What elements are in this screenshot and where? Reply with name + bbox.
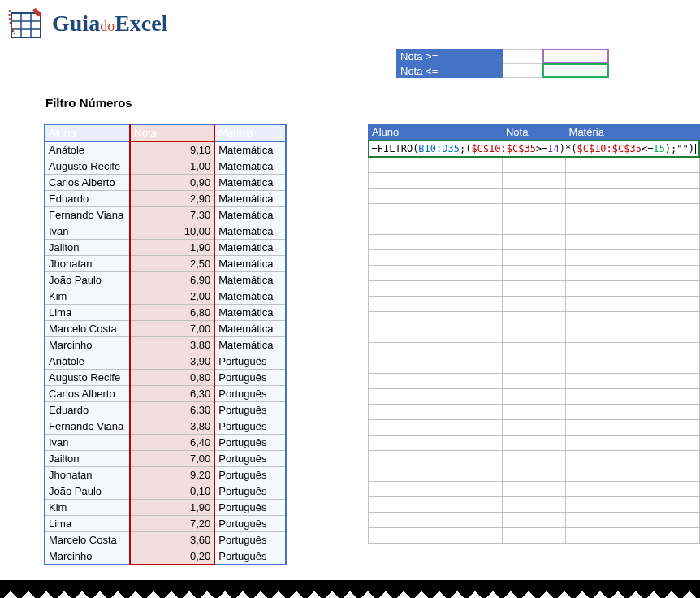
table-row[interactable]: Marcinho3,80Matemática — [45, 337, 286, 353]
empty-cell[interactable] — [369, 249, 503, 265]
cell-nota[interactable]: 7,00 — [130, 451, 214, 467]
cell-nota[interactable]: 6,40 — [130, 435, 214, 451]
table-row[interactable] — [369, 450, 699, 466]
table-row[interactable]: Lima7,20Português — [45, 516, 286, 532]
table-row[interactable]: Jhonatan9,20Português — [45, 467, 286, 483]
empty-cell[interactable] — [369, 219, 503, 234]
cell-aluno[interactable]: João Paulo — [45, 272, 130, 288]
table-row[interactable] — [369, 234, 699, 249]
table-row[interactable]: Fernando Viana7,30Matemática — [45, 207, 286, 223]
empty-cell[interactable] — [369, 496, 503, 512]
cell-aluno[interactable]: Kim — [45, 500, 130, 516]
empty-cell[interactable] — [369, 435, 503, 450]
empty-cell[interactable] — [502, 172, 565, 188]
cell-nota[interactable]: 1,00 — [130, 158, 214, 175]
cell-materia[interactable]: Matemática — [214, 321, 285, 337]
empty-cell[interactable] — [502, 280, 565, 296]
empty-cell[interactable] — [502, 342, 565, 358]
table-row[interactable] — [369, 512, 699, 527]
cell-materia[interactable]: Português — [214, 353, 285, 370]
cell-nota[interactable]: 7,00 — [130, 321, 214, 337]
table-row[interactable]: Marcelo Costa7,00Matemática — [45, 321, 286, 337]
empty-cell[interactable] — [565, 296, 699, 311]
cell-nota[interactable]: 2,90 — [130, 191, 214, 207]
empty-cell[interactable] — [565, 265, 699, 280]
table-row[interactable] — [369, 358, 699, 373]
empty-cell[interactable] — [565, 388, 699, 404]
empty-cell[interactable] — [565, 496, 699, 512]
cell-nota[interactable]: 6,80 — [130, 305, 214, 321]
table-row[interactable]: Lima6,80Matemática — [45, 305, 286, 321]
empty-cell[interactable] — [502, 435, 565, 450]
empty-cell[interactable] — [369, 419, 503, 435]
empty-cell[interactable] — [565, 280, 699, 296]
cell-materia[interactable]: Português — [214, 386, 285, 402]
empty-cell[interactable] — [369, 358, 503, 373]
cell-materia[interactable]: Português — [214, 500, 285, 516]
empty-cell[interactable] — [502, 466, 565, 481]
empty-cell[interactable] — [502, 496, 565, 512]
table-row[interactable] — [369, 327, 699, 342]
empty-cell[interactable] — [369, 404, 503, 419]
empty-cell[interactable] — [502, 358, 565, 373]
table-row[interactable]: Jailton7,00Português — [45, 451, 286, 467]
source-table[interactable]: Aluno Nota Matéria Anátole9,10Matemática… — [44, 124, 287, 566]
empty-cell[interactable] — [565, 342, 699, 358]
empty-cell[interactable] — [502, 481, 565, 496]
table-row[interactable] — [369, 527, 699, 543]
table-row[interactable] — [369, 249, 699, 265]
cell-nota[interactable]: 0,20 — [130, 548, 214, 566]
empty-cell[interactable] — [565, 311, 699, 327]
cell-aluno[interactable]: Marcelo Costa — [45, 532, 130, 548]
cell-aluno[interactable]: Eduardo — [45, 402, 130, 418]
empty-cell[interactable] — [369, 311, 503, 327]
cell-materia[interactable]: Português — [214, 532, 285, 548]
result-table[interactable]: Aluno Nota Matéria =FILTRO(B10:D35;($C$1… — [368, 124, 700, 544]
empty-cell[interactable] — [369, 373, 503, 388]
cell-materia[interactable]: Matemática — [214, 288, 285, 305]
empty-cell[interactable] — [502, 188, 565, 203]
table-row[interactable] — [369, 435, 699, 450]
cell-materia[interactable]: Matemática — [214, 337, 285, 353]
cell-materia[interactable]: Português — [214, 548, 285, 566]
cell-nota[interactable]: 7,30 — [130, 207, 214, 223]
empty-cell[interactable] — [565, 203, 699, 219]
empty-cell[interactable] — [502, 527, 565, 543]
nota-lte-spacer[interactable] — [503, 63, 542, 78]
empty-cell[interactable] — [502, 249, 565, 265]
empty-cell[interactable] — [502, 419, 565, 435]
empty-cell[interactable] — [565, 234, 699, 249]
cell-materia[interactable]: Matemática — [214, 141, 285, 158]
cell-materia[interactable]: Português — [214, 418, 285, 435]
empty-cell[interactable] — [502, 512, 565, 527]
cell-materia[interactable]: Português — [214, 516, 285, 532]
table-row[interactable]: Ivan6,40Português — [45, 435, 286, 451]
table-row[interactable] — [369, 311, 699, 327]
table-row[interactable]: João Paulo0,10Português — [45, 483, 286, 500]
cell-aluno[interactable]: Marcinho — [45, 337, 130, 353]
cell-aluno[interactable]: Anátole — [45, 353, 130, 370]
table-row[interactable] — [369, 265, 699, 280]
empty-cell[interactable] — [369, 466, 503, 481]
empty-cell[interactable] — [565, 419, 699, 435]
empty-cell[interactable] — [565, 527, 699, 543]
cell-materia[interactable]: Português — [214, 370, 285, 386]
table-row[interactable]: João Paulo6,90Matemática — [45, 272, 286, 288]
table-row[interactable]: Kim1,90Português — [45, 500, 286, 516]
table-row[interactable] — [369, 342, 699, 358]
table-row[interactable]: Marcelo Costa3,60Português — [45, 532, 286, 548]
table-row[interactable] — [369, 388, 699, 404]
nota-gte-spacer[interactable] — [503, 49, 542, 63]
cell-aluno[interactable]: Lima — [45, 305, 130, 321]
cell-materia[interactable]: Matemática — [214, 256, 285, 272]
empty-cell[interactable] — [502, 311, 565, 327]
empty-cell[interactable] — [369, 265, 503, 280]
cell-aluno[interactable]: Kim — [45, 288, 130, 305]
table-row[interactable]: Augusto Recife0,80Português — [45, 370, 286, 386]
table-row[interactable] — [369, 280, 699, 296]
table-row[interactable]: Marcinho0,20Português — [45, 548, 286, 566]
table-row[interactable] — [369, 203, 699, 219]
empty-cell[interactable] — [565, 327, 699, 342]
cell-nota[interactable]: 7,20 — [130, 516, 214, 532]
cell-aluno[interactable]: Ivan — [45, 223, 130, 240]
